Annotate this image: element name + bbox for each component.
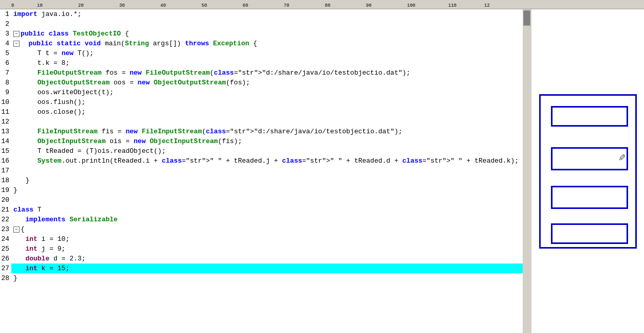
code-line: 19}: [0, 185, 523, 195]
line-content: [11, 19, 523, 29]
code-line: 20: [0, 195, 523, 205]
line-content: implements Serializable: [11, 215, 523, 224]
code-line: 6 t.k = 8;: [0, 58, 523, 68]
line-number: 20: [0, 195, 11, 205]
code-line: 27 int k = 15;: [0, 264, 523, 273]
line-content: import java.io.*;: [11, 9, 523, 19]
line-content: ObjectOutputStream oos = new ObjectOutpu…: [11, 78, 523, 87]
code-line: 22 implements Serializable: [0, 215, 523, 224]
line-content: int k = 15;: [11, 264, 523, 273]
code-line: 1import java.io.*;: [0, 9, 523, 19]
diagram-container: [539, 94, 637, 249]
code-line: 10 oos.flush();: [0, 97, 523, 107]
line-content: t.k = 8;: [11, 58, 523, 68]
code-line: 8 ObjectOutputStream oos = new ObjectOut…: [0, 78, 523, 87]
ruler-content: 010203040506070809010011012: [0, 0, 644, 9]
code-line: 25 int j = 9;: [0, 244, 523, 254]
line-content: System.out.println(tReaded.i + class="st…: [11, 156, 523, 166]
pencil-icon: ✎: [619, 151, 625, 165]
code-line: 5 T t = new T();: [0, 48, 523, 58]
line-content: −public class TestObjectIO {: [11, 29, 523, 39]
line-content: int i = 10;: [11, 234, 523, 244]
line-content: }: [11, 185, 523, 195]
line-number: 3: [0, 29, 11, 39]
line-content: [11, 166, 523, 176]
code-area[interactable]: 1import java.io.*;2 3−public class TestO…: [0, 9, 523, 333]
code-line: 21class T: [0, 205, 523, 215]
line-content: int j = 9;: [11, 244, 523, 254]
line-content: −{: [11, 224, 523, 234]
line-content: [11, 195, 523, 205]
diagram-box: [551, 223, 628, 244]
scrollbar[interactable]: [523, 9, 531, 333]
diagram-box: [551, 147, 628, 170]
code-line: 17: [0, 166, 523, 176]
line-content: oos.flush();: [11, 97, 523, 107]
line-number: 4: [0, 39, 11, 48]
line-number: 21: [0, 205, 11, 215]
line-number: 16: [0, 156, 11, 166]
code-line: 3−public class TestObjectIO {: [0, 29, 523, 39]
line-number: 13: [0, 127, 11, 136]
line-number: 28: [0, 273, 11, 283]
line-content: oos.close();: [11, 107, 523, 117]
line-number: 2: [0, 19, 11, 29]
line-content: [11, 117, 523, 127]
diagram-box: [551, 106, 628, 127]
line-number: 27: [0, 264, 11, 273]
line-content: double d = 2.3;: [11, 254, 523, 264]
scrollbar-thumb[interactable]: [523, 10, 530, 26]
collapse-marker[interactable]: −: [13, 31, 20, 37]
code-line: 18 }: [0, 176, 523, 185]
code-line: 11 oos.close();: [0, 107, 523, 117]
line-number: 5: [0, 48, 11, 58]
line-content: FileOutputStream fos = new FileOutputStr…: [11, 68, 523, 78]
line-content: T t = new T();: [11, 48, 523, 58]
line-content: T tReaded = (T)ois.readObject();: [11, 146, 523, 156]
code-line: 14 ObjectInputStream ois = new ObjectInp…: [0, 136, 523, 146]
line-number: 6: [0, 58, 11, 68]
code-line: 7 FileOutputStream fos = new FileOutputS…: [0, 68, 523, 78]
code-line: 2: [0, 19, 523, 29]
line-content: − public static void main(String args[])…: [11, 39, 523, 48]
collapse-marker[interactable]: −: [13, 226, 20, 233]
diagram-box: [551, 186, 628, 209]
ruler: 010203040506070809010011012: [0, 0, 644, 9]
line-number: 18: [0, 176, 11, 185]
line-number: 17: [0, 166, 11, 176]
line-number: 12: [0, 117, 11, 127]
diagram-panel: ✎: [531, 9, 644, 333]
line-number: 24: [0, 234, 11, 244]
line-number: 19: [0, 185, 11, 195]
line-content: FileInputStream fis = new FileInputStrea…: [11, 127, 523, 136]
line-content: class T: [11, 205, 523, 215]
code-line: 9 oos.writeObject(t);: [0, 87, 523, 97]
line-content: }: [11, 273, 523, 283]
code-line: 13 FileInputStream fis = new FileInputSt…: [0, 127, 523, 136]
line-content: }: [11, 176, 523, 185]
code-line: 24 int i = 10;: [0, 234, 523, 244]
code-line: 23−{: [0, 224, 523, 234]
line-number: 15: [0, 146, 11, 156]
code-lines: 1import java.io.*;2 3−public class TestO…: [0, 9, 523, 283]
code-line: 16 System.out.println(tReaded.i + class=…: [0, 156, 523, 166]
code-line: 15 T tReaded = (T)ois.readObject();: [0, 146, 523, 156]
code-line: 28}: [0, 273, 523, 283]
code-line: 12: [0, 117, 523, 127]
line-number: 26: [0, 254, 11, 264]
line-number: 11: [0, 107, 11, 117]
line-number: 14: [0, 136, 11, 146]
line-content: oos.writeObject(t);: [11, 87, 523, 97]
line-number: 1: [0, 9, 11, 19]
line-number: 7: [0, 68, 11, 78]
line-content: ObjectInputStream ois = new ObjectInputS…: [11, 136, 523, 146]
line-number: 10: [0, 97, 11, 107]
line-number: 8: [0, 78, 11, 87]
line-number: 25: [0, 244, 11, 254]
line-number: 23: [0, 224, 11, 234]
line-number: 22: [0, 215, 11, 224]
code-line: 26 double d = 2.3;: [0, 254, 523, 264]
line-number: 9: [0, 87, 11, 97]
main-area: 1import java.io.*;2 3−public class TestO…: [0, 9, 644, 333]
collapse-marker[interactable]: −: [13, 41, 20, 47]
